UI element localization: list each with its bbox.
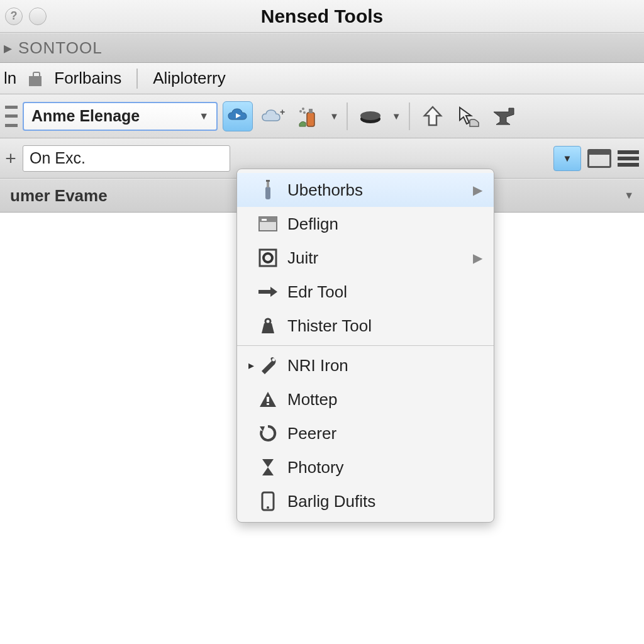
submenu-arrow-icon: ▶: [473, 182, 482, 197]
svg-point-7: [360, 111, 380, 120]
puck-icon: [358, 108, 383, 125]
chevron-down-icon: ▼: [199, 111, 209, 122]
titlebar: ? Nensed Tools: [0, 0, 644, 33]
svg-rect-1: [307, 113, 314, 126]
breadcrumb-chevron-icon[interactable]: ▸: [4, 38, 12, 58]
menu-item-mottep[interactable]: Mottep: [237, 382, 494, 416]
menu-item-label: Ubethorbs: [287, 180, 363, 200]
refresh-icon: [257, 423, 279, 444]
puck-button[interactable]: [355, 101, 386, 131]
anvil-icon: [491, 106, 515, 127]
window-button[interactable]: [29, 8, 47, 25]
submenu-arrow-icon: ▶: [473, 250, 482, 265]
breadcrumb-label[interactable]: SONTOOL: [18, 38, 103, 58]
menu-aliploterry[interactable]: Aliploterry: [153, 69, 226, 88]
menu-item-barlig-dufits[interactable]: Barlig Dufits: [237, 484, 494, 518]
window-view-button[interactable]: [587, 149, 611, 168]
arrow-right-icon: [257, 281, 279, 303]
wrench-icon: [257, 355, 279, 376]
shape-tool-button[interactable]: [453, 101, 483, 131]
spray-tool-button[interactable]: [293, 101, 323, 131]
svg-rect-9: [267, 181, 269, 187]
svg-rect-19: [267, 397, 269, 402]
toolbar-separator: [347, 103, 348, 130]
toolbar-separator: [409, 103, 410, 130]
add-button[interactable]: +: [5, 148, 16, 169]
menu-item-label: Thister Tool: [287, 316, 372, 336]
svg-rect-13: [262, 219, 267, 221]
bottle-icon: [257, 179, 279, 201]
svg-point-3: [302, 108, 304, 110]
list-toggle-icon[interactable]: [5, 106, 18, 127]
breadcrumb-bar: ▸ SONTOOL: [0, 33, 644, 63]
tools-dropdown-menu: Ubethorbs ▶ Deflign Juitr ▶ Edr Tool Thi…: [236, 169, 494, 523]
window-title: Nensed Tools: [0, 6, 644, 27]
stamp-tool-button[interactable]: [488, 101, 518, 131]
menu-item-label: NRI Iron: [287, 356, 348, 375]
menu-item-thister-tool[interactable]: Thister Tool: [237, 309, 494, 343]
svg-point-5: [303, 111, 306, 114]
svg-point-22: [267, 506, 269, 509]
weight-icon: [257, 315, 279, 336]
up-arrow-button[interactable]: [418, 101, 448, 131]
warning-icon: [257, 389, 279, 410]
menu-item-label: Edr Tool: [287, 282, 347, 302]
menu-item-peerer[interactable]: Peerer: [237, 416, 494, 450]
name-combo[interactable]: Anme Elenage ▼: [23, 102, 218, 131]
hourglass-icon: [257, 457, 279, 478]
dropdown-arrow-icon[interactable]: ▼: [392, 111, 401, 121]
expression-field[interactable]: On Exc.: [23, 145, 230, 172]
help-button[interactable]: ?: [5, 8, 23, 25]
card-icon: [257, 213, 279, 235]
cloud-arrow-icon: [227, 107, 248, 126]
menu-item-nri-iron[interactable]: ▸ NRI Iron: [237, 348, 494, 382]
menu-forlbains[interactable]: Forlbains: [54, 69, 121, 88]
menu-item-edr-tool[interactable]: Edr Tool: [237, 275, 494, 309]
cloud-plus-icon: +: [261, 107, 285, 126]
toolbar-primary: Anme Elenage ▼ + ▼ ▼: [0, 94, 644, 138]
svg-point-4: [299, 110, 302, 113]
svg-point-18: [272, 358, 275, 362]
cursor-shape-icon: [456, 105, 480, 128]
svg-point-17: [265, 319, 270, 324]
menu-item-label: Photory: [287, 458, 344, 477]
menu-item-photory[interactable]: Photory: [237, 450, 494, 484]
menu-divider: [237, 345, 494, 346]
stamp-icon[interactable]: [28, 71, 43, 86]
list-view-button[interactable]: [618, 150, 639, 167]
spray-can-icon: [297, 104, 319, 129]
menu-item-label: Deflign: [287, 214, 338, 234]
menu-item-label: Juitr: [287, 248, 318, 268]
combo-value: Anme Elenage: [31, 107, 140, 125]
menu-item-deflign[interactable]: Deflign: [237, 207, 494, 241]
active-indicator-icon: ▸: [246, 358, 256, 372]
cloud-share-button[interactable]: [223, 101, 253, 131]
arrow-up-outline-icon: [422, 105, 443, 128]
svg-text:+: +: [280, 107, 285, 117]
menu-separator: [136, 69, 138, 89]
view-dropdown[interactable]: ▼: [553, 146, 581, 171]
menu-item-label: Peerer: [287, 424, 336, 443]
svg-rect-20: [267, 403, 269, 405]
menu-ln[interactable]: ln: [4, 69, 16, 88]
menu-item-ubethorbs[interactable]: Ubethorbs ▶: [237, 173, 494, 207]
menu-item-juitr[interactable]: Juitr ▶: [237, 241, 494, 275]
square-target-icon: [257, 247, 279, 269]
panel-title: umer Evame: [10, 186, 108, 206]
menu-item-label: Barlig Dufits: [287, 492, 375, 511]
list-icon: [618, 150, 639, 167]
panel-collapse-icon: ▼: [624, 190, 634, 201]
svg-rect-10: [266, 180, 270, 182]
svg-point-16: [265, 255, 271, 261]
svg-rect-8: [265, 187, 270, 199]
cloud-plus-button[interactable]: +: [258, 101, 288, 131]
field-value: On Exc.: [30, 149, 86, 167]
menubar: ln Forlbains Aliploterry: [0, 63, 644, 94]
dropdown-arrow-icon[interactable]: ▼: [330, 111, 339, 121]
menu-item-label: Mottep: [287, 390, 338, 409]
svg-rect-2: [309, 109, 313, 113]
window-icon: [587, 149, 611, 168]
window-controls: ?: [5, 8, 47, 25]
device-icon: [257, 491, 279, 512]
